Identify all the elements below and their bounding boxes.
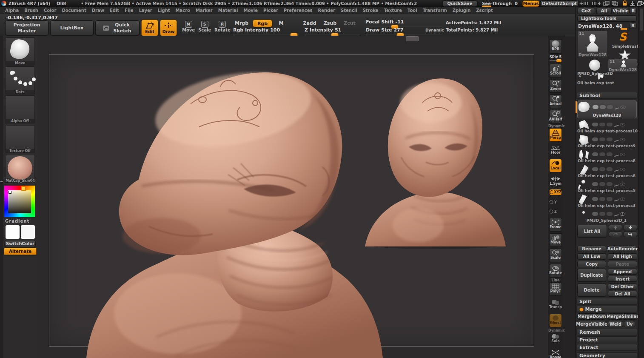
edit-button[interactable]: Edit xyxy=(141,20,158,36)
menu-preferences[interactable]: Preferences xyxy=(284,8,313,13)
z-intensity-slider[interactable]: Z Intensity 51 xyxy=(305,27,360,35)
uv-map-icon[interactable] xyxy=(599,197,605,201)
visibility-eye-icon[interactable] xyxy=(620,212,625,216)
menu-marker[interactable]: Marker xyxy=(196,8,213,13)
zcut-button[interactable]: Zcut xyxy=(341,20,358,26)
displacement-icon[interactable] xyxy=(607,182,613,186)
actual-button[interactable]: Actual xyxy=(549,95,562,108)
copy-document-icon[interactable] xyxy=(603,1,610,6)
current-stroke-thumbnail[interactable]: Dots xyxy=(5,66,35,95)
duplicate-button[interactable]: Duplicate xyxy=(577,269,606,282)
lock-icon[interactable] xyxy=(622,0,628,6)
displacement-icon[interactable] xyxy=(607,197,613,201)
gradient-label[interactable]: Gradient xyxy=(5,219,29,223)
visibility-eye-icon[interactable] xyxy=(620,168,625,171)
brush-toggle-icon[interactable] xyxy=(613,137,619,142)
visibility-eye-icon[interactable] xyxy=(620,123,625,126)
polypaint-icon[interactable] xyxy=(592,167,598,171)
dynawax-tool-thumbnail[interactable]: 11 DynaWax128 xyxy=(608,59,638,72)
ghost-button[interactable]: Ghost xyxy=(549,314,562,327)
brush-toggle-icon[interactable] xyxy=(613,122,619,127)
r-top-button[interactable]: R xyxy=(630,8,637,14)
visibility-eye-icon[interactable] xyxy=(620,198,625,201)
menu-picker[interactable]: Picker xyxy=(263,8,278,13)
main-color-swatch[interactable] xyxy=(5,225,20,239)
polypaint-icon[interactable] xyxy=(593,105,598,109)
zadd-button[interactable]: Zadd xyxy=(300,20,319,26)
visibility-eye-icon[interactable] xyxy=(620,183,625,186)
nav-rotate-button[interactable]: Rotate xyxy=(549,264,562,278)
merge-section-header[interactable]: ● Merge xyxy=(576,306,638,312)
uv-map-icon[interactable] xyxy=(600,105,606,109)
subtool-up-button[interactable] xyxy=(609,225,622,230)
uv-map-icon[interactable] xyxy=(599,167,605,171)
rgb-button[interactable]: Rgb xyxy=(253,20,272,27)
subtool-enter-button[interactable] xyxy=(624,232,637,237)
lightbox-button[interactable]: LightBox xyxy=(50,20,94,35)
goz-button[interactable]: GoZ xyxy=(577,8,595,14)
split-section-header[interactable]: Split xyxy=(576,298,638,305)
color-picker-saturation-square[interactable] xyxy=(8,190,31,213)
menu-draw[interactable]: Draw xyxy=(92,8,104,13)
menu-light[interactable]: Light xyxy=(158,8,170,13)
frame-button[interactable]: Frame xyxy=(549,218,562,232)
brush-toggle-icon[interactable] xyxy=(613,152,619,157)
menu-zplugin[interactable]: Zplugin xyxy=(453,8,471,13)
alternate-button[interactable]: Alternate xyxy=(4,248,37,255)
copy-button[interactable]: Copy xyxy=(577,261,606,267)
uv-map-icon[interactable] xyxy=(599,182,605,186)
panel-scrollbar-thumb[interactable] xyxy=(640,9,643,31)
current-brush-thumbnail[interactable]: Move xyxy=(5,37,35,66)
scroll-button[interactable]: Scroll xyxy=(549,64,562,77)
close-icon[interactable] xyxy=(642,1,644,6)
subtool-header[interactable]: SubTool xyxy=(576,92,638,99)
menu-zscript[interactable]: Zscript xyxy=(476,8,493,13)
weld-button[interactable]: Weld xyxy=(608,321,623,327)
menu-document[interactable]: Document xyxy=(62,8,86,13)
persp-button[interactable]: Persp xyxy=(549,128,562,142)
minimize-icon[interactable] xyxy=(630,1,635,6)
uv-map-icon[interactable] xyxy=(599,212,605,216)
remesh-section-header[interactable]: Remesh xyxy=(576,329,638,335)
menu-alpha[interactable]: Alpha xyxy=(5,8,19,13)
spix-thumb[interactable] xyxy=(556,59,561,62)
draw-button[interactable]: Draw xyxy=(160,20,177,36)
xyz-button[interactable]: XYZ xyxy=(549,189,562,195)
subtool-row[interactable]: Oli helm exp test-process9 xyxy=(577,134,636,149)
menu-edit[interactable]: Edit xyxy=(110,8,119,13)
polypaint-icon[interactable] xyxy=(592,123,598,126)
menu-brush[interactable]: Brush xyxy=(24,8,38,13)
undo-history-icon[interactable] xyxy=(580,1,590,6)
paste-button[interactable]: Paste xyxy=(608,261,637,267)
subtool-row[interactable]: Oli helm exp test-process5 xyxy=(577,179,636,193)
polypaint-icon[interactable] xyxy=(592,182,598,186)
extract-section-header[interactable]: Extract xyxy=(576,344,638,351)
polypaint-icon[interactable] xyxy=(592,137,598,141)
floor-button[interactable]: y Floor xyxy=(549,144,562,157)
visibility-eye-icon[interactable] xyxy=(620,106,626,109)
transp-button[interactable]: Transp xyxy=(549,298,562,312)
tray-collapse-arrows-icon[interactable]: ◂▸ xyxy=(0,180,3,183)
zoom-button[interactable]: Zoom xyxy=(549,79,562,93)
menu-stencil[interactable]: Stencil xyxy=(341,8,357,13)
mrgb-button[interactable]: Mrgb xyxy=(233,20,250,26)
color-picker[interactable] xyxy=(4,186,35,217)
nav-move-button[interactable]: Move xyxy=(549,233,562,247)
merge-visible-button[interactable]: MergeVisible xyxy=(577,321,606,327)
move-gizmo-button[interactable]: M Move xyxy=(182,21,195,32)
insert-button[interactable]: Insert xyxy=(608,276,637,282)
lightbox-tools-header[interactable]: Lightbox▸Tools xyxy=(577,15,637,22)
displacement-icon[interactable] xyxy=(607,212,613,216)
spix-slider[interactable] xyxy=(550,60,561,61)
rgb-intensity-slider[interactable]: Rgb Intensity 100 xyxy=(233,27,295,35)
uv-map-icon[interactable] xyxy=(599,123,605,126)
uv-map-icon[interactable] xyxy=(599,137,605,141)
uv-map-icon[interactable] xyxy=(599,152,605,156)
menu-macro[interactable]: Macro xyxy=(176,8,190,13)
del-all-button[interactable]: Del All xyxy=(608,291,637,297)
spin-z-button[interactable]: Z xyxy=(549,208,562,215)
local-button[interactable]: Local xyxy=(549,159,562,172)
brush-toggle-icon[interactable] xyxy=(613,167,619,172)
aahalf-button[interactable]: AAHalf xyxy=(549,110,562,123)
list-all-button[interactable]: List All xyxy=(577,225,607,238)
